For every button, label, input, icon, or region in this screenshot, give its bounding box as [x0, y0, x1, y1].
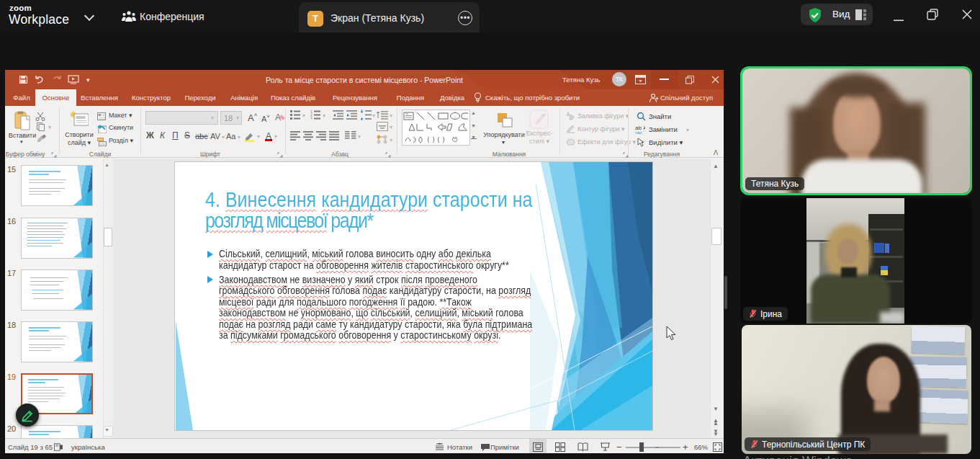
svg-text:час: час — [635, 130, 642, 134]
svg-text:3: 3 — [310, 117, 313, 120]
svg-text:A: A — [275, 112, 281, 122]
